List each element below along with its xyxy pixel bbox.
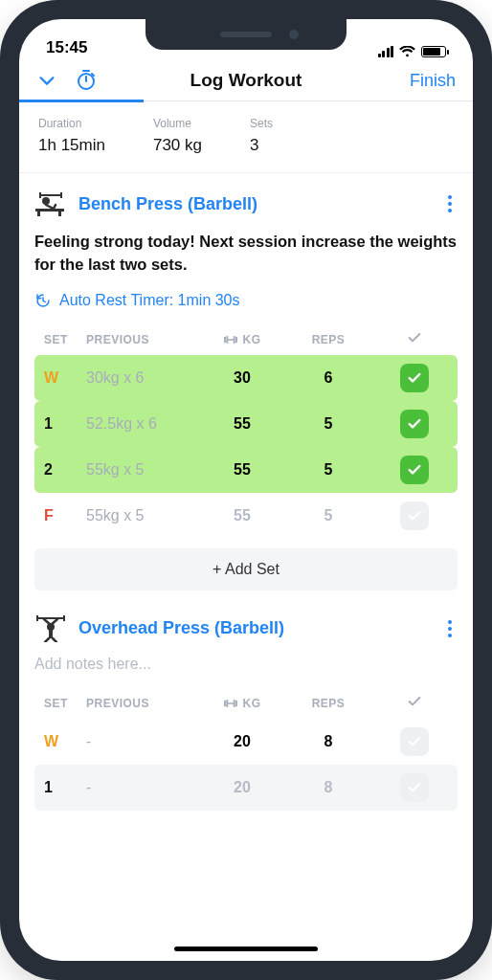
timer-icon[interactable] (75, 69, 98, 92)
svg-rect-13 (37, 617, 64, 619)
home-indicator[interactable] (174, 947, 318, 951)
svg-rect-22 (235, 701, 237, 706)
stat-volume-label: Volume (153, 117, 202, 130)
svg-rect-1 (35, 209, 64, 212)
svg-rect-15 (63, 615, 65, 621)
exercise-menu-button[interactable] (442, 616, 458, 641)
table-row[interactable]: W - 20 8 (34, 719, 458, 765)
battery-icon (421, 46, 446, 57)
stat-sets-value: 3 (250, 136, 273, 155)
svg-rect-10 (227, 339, 233, 341)
set-complete-toggle[interactable] (400, 501, 429, 530)
wifi-icon (399, 46, 415, 57)
signal-icon (378, 46, 394, 57)
check-icon (407, 694, 422, 709)
history-icon (34, 292, 52, 309)
exercise-icon (34, 615, 67, 642)
svg-rect-5 (40, 194, 61, 196)
exercise-bench-press: Bench Press (Barbell) Feeling strong tod… (34, 190, 458, 590)
stat-duration-label: Duration (38, 117, 105, 130)
finish-button[interactable]: Finish (410, 71, 456, 91)
exercise-title[interactable]: Overhead Press (Barbell) (78, 618, 431, 638)
svg-rect-11 (233, 336, 235, 344)
device-notch (145, 19, 347, 50)
stat-duration-value: 1h 15min (38, 136, 105, 155)
svg-rect-17 (49, 630, 53, 638)
table-header: SET PREVIOUS KG REPS (34, 688, 458, 719)
set-complete-toggle[interactable] (400, 773, 429, 802)
weight-icon (224, 699, 237, 708)
set-complete-toggle[interactable] (400, 364, 429, 392)
exercise-overhead-press: Overhead Press (Barbell) Add notes here.… (34, 615, 458, 811)
svg-rect-20 (227, 702, 233, 704)
table-row[interactable]: 1 52.5kg x 6 55 5 (34, 401, 458, 447)
check-icon (407, 330, 422, 345)
table-row[interactable]: 2 55kg x 5 55 5 (34, 447, 458, 493)
table-row[interactable]: 1 - 20 8 (34, 765, 458, 811)
rest-timer-text: Auto Rest Timer: 1min 30s (59, 292, 240, 309)
exercise-note[interactable]: Feeling strong today! Next session incre… (34, 231, 458, 277)
table-header: SET PREVIOUS KG REPS (34, 324, 458, 355)
set-complete-toggle[interactable] (400, 727, 429, 756)
svg-rect-18 (224, 701, 226, 706)
svg-rect-7 (60, 192, 62, 198)
chevron-down-icon[interactable] (36, 70, 57, 91)
sets-table: SET PREVIOUS KG REPS (34, 688, 458, 811)
exercise-icon (34, 190, 67, 217)
svg-rect-8 (224, 337, 226, 343)
svg-rect-2 (37, 212, 40, 216)
stat-volume-value: 730 kg (153, 136, 202, 155)
exercise-menu-button[interactable] (442, 191, 458, 216)
add-set-button[interactable]: + Add Set (34, 548, 458, 590)
set-complete-toggle[interactable] (400, 410, 429, 438)
status-time: 15:45 (46, 38, 87, 57)
weight-icon (224, 335, 237, 345)
nav-bar: Log Workout Finish (19, 59, 473, 100)
workout-stats: Duration 1h 15min Volume 730 kg Sets 3 (19, 101, 473, 173)
rest-timer-row[interactable]: Auto Rest Timer: 1min 30s (34, 292, 458, 309)
svg-rect-14 (36, 615, 38, 621)
svg-rect-12 (235, 337, 237, 343)
table-row[interactable]: W 30kg x 6 30 6 (34, 355, 458, 401)
table-row[interactable]: F 55kg x 5 55 5 (34, 493, 458, 539)
stat-sets-label: Sets (250, 117, 273, 130)
svg-rect-3 (58, 212, 61, 216)
exercise-note-placeholder[interactable]: Add notes here... (34, 656, 458, 673)
sets-table: SET PREVIOUS KG REPS (34, 324, 458, 539)
svg-rect-6 (39, 192, 41, 198)
svg-rect-21 (233, 700, 235, 707)
set-complete-toggle[interactable] (400, 456, 429, 484)
exercise-title[interactable]: Bench Press (Barbell) (78, 194, 431, 214)
